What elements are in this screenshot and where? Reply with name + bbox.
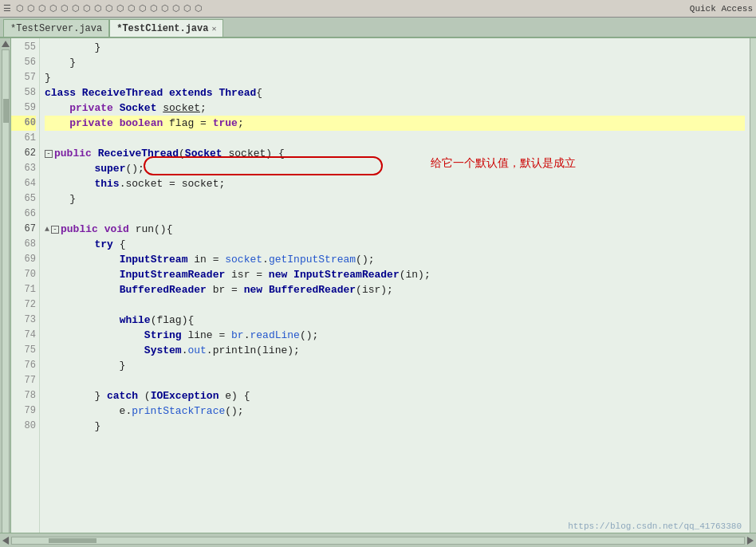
fold-icon-67[interactable]: - bbox=[51, 226, 59, 234]
line-num-79: 79 bbox=[11, 403, 36, 419]
line-num-62: 62 bbox=[11, 146, 36, 161]
arrow-icon-67: ▲ bbox=[45, 222, 49, 237]
code-line-70: InputStreamReader isr = new InputStreamR… bbox=[45, 267, 745, 282]
toolbar: ☰ ⬡ ⬡ ⬡ ⬡ ⬡ ⬡ ⬡ ⬡ ⬡ ⬡ ⬡ ⬡ ⬡ ⬡ ⬡ ⬡ ⬡ Quic… bbox=[0, 0, 756, 18]
scroll-track[interactable] bbox=[2, 49, 10, 536]
line-num-57: 57 bbox=[11, 70, 36, 85]
scroll-up-arrow[interactable] bbox=[2, 41, 10, 47]
code-line-57: } bbox=[45, 70, 745, 85]
line-num-75: 75 bbox=[11, 343, 36, 358]
right-margin bbox=[750, 38, 756, 547]
line-num-77: 77 bbox=[11, 373, 36, 388]
code-line-65: } bbox=[45, 191, 745, 207]
code-line-66 bbox=[45, 207, 745, 222]
line-num-59: 59 bbox=[11, 100, 36, 116]
watermark: https://blog.csdn.net/qq_41763380 bbox=[568, 521, 742, 531]
code-line-69: InputStream in = socket . getInputStream… bbox=[45, 252, 745, 267]
tab-test-client-label: *TestClient.java bbox=[116, 23, 208, 34]
code-line-74: String line = br . readLine (); bbox=[45, 328, 745, 343]
line-num-55: 55 bbox=[11, 40, 36, 55]
tab-test-server[interactable]: *TestServer.java bbox=[3, 19, 109, 37]
tab-close-icon[interactable]: ✕ bbox=[211, 24, 216, 33]
code-line-58: class ReceiveThread extends Thread { bbox=[45, 85, 745, 100]
line-num-73: 73 bbox=[11, 313, 36, 328]
line-num-74: 74 bbox=[11, 328, 36, 343]
tab-bar: *TestServer.java *TestClient.java ✕ bbox=[0, 18, 756, 38]
code-line-77 bbox=[45, 373, 745, 388]
code-line-61 bbox=[45, 131, 745, 146]
line-num-68: 68 bbox=[11, 237, 36, 252]
line-num-70: 70 bbox=[11, 267, 36, 282]
line-num-71: 71 bbox=[11, 282, 36, 297]
toolbar-icons: ☰ ⬡ ⬡ ⬡ ⬡ ⬡ ⬡ ⬡ ⬡ ⬡ ⬡ ⬡ ⬡ ⬡ ⬡ ⬡ ⬡ ⬡ bbox=[3, 3, 204, 14]
horizontal-scroll-track[interactable] bbox=[11, 537, 745, 545]
code-line-72 bbox=[45, 297, 745, 313]
vertical-scrollbar[interactable] bbox=[0, 38, 11, 547]
line-num-64: 64 bbox=[11, 176, 36, 191]
scroll-left-arrow[interactable] bbox=[2, 537, 9, 545]
code-line-67: ▲ - public void run(){ bbox=[45, 222, 745, 237]
code-line-80: } bbox=[45, 419, 745, 434]
code-line-59: private Socket socket ; bbox=[45, 100, 745, 116]
line-num-58: 58 bbox=[11, 85, 36, 100]
scroll-right-arrow[interactable] bbox=[747, 537, 754, 545]
editor-container: 55 56 57 58 59 60 61 62 63 64 65 66 67 6… bbox=[0, 38, 756, 547]
scroll-thumb[interactable] bbox=[3, 99, 10, 123]
code-line-56: } bbox=[45, 55, 745, 70]
code-editor[interactable]: } } } class ReceiveThread extends Thread… bbox=[40, 38, 750, 547]
line-num-65: 65 bbox=[11, 191, 36, 207]
code-line-64: this .socket = socket; bbox=[45, 176, 745, 191]
code-line-79: e. printStackTrace (); bbox=[45, 403, 745, 419]
line-num-76: 76 bbox=[11, 358, 36, 373]
code-line-55: } bbox=[45, 40, 745, 55]
code-line-75: System . out .println(line); bbox=[45, 343, 745, 358]
line-num-66: 66 bbox=[11, 207, 36, 222]
quick-access-label: Quick Access bbox=[690, 4, 753, 14]
code-line-76: } bbox=[45, 358, 745, 373]
fold-icon-62[interactable]: - bbox=[45, 150, 53, 158]
line-num-60: 60 bbox=[11, 116, 36, 131]
line-num-69: 69 bbox=[11, 252, 36, 267]
horizontal-scrollbar[interactable] bbox=[0, 533, 756, 547]
line-num-63: 63 bbox=[11, 161, 36, 176]
line-num-80: 80 bbox=[11, 419, 36, 434]
code-line-68: try { bbox=[45, 237, 745, 252]
code-line-60: private boolean flag = true ; bbox=[45, 116, 745, 131]
line-num-61: 61 bbox=[11, 131, 36, 146]
tab-test-client[interactable]: *TestClient.java ✕ bbox=[109, 19, 223, 37]
line-numbers: 55 56 57 58 59 60 61 62 63 64 65 66 67 6… bbox=[11, 38, 40, 547]
line-num-67: 67 bbox=[11, 222, 36, 237]
line-num-78: 78 bbox=[11, 388, 36, 403]
tab-test-server-label: *TestServer.java bbox=[10, 23, 102, 34]
line-num-72: 72 bbox=[11, 297, 36, 313]
line-num-56: 56 bbox=[11, 55, 36, 70]
code-line-78: } catch ( IOException e) { bbox=[45, 388, 745, 403]
code-line-62: - public ReceiveThread ( Socket socket) … bbox=[45, 146, 745, 161]
code-line-71: BufferedReader br = new BufferedReader (… bbox=[45, 282, 745, 297]
code-line-63: super (); bbox=[45, 161, 745, 176]
code-line-73: while (flag){ bbox=[45, 313, 745, 328]
horizontal-scroll-thumb[interactable] bbox=[49, 538, 96, 543]
